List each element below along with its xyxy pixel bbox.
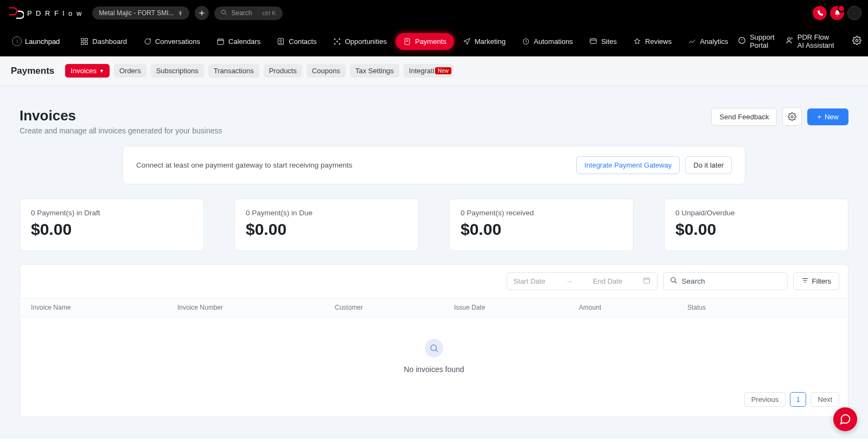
svg-rect-15 bbox=[590, 39, 596, 43]
do-it-later-button[interactable]: Do it later bbox=[685, 156, 732, 174]
pager-next[interactable]: Next bbox=[810, 392, 839, 407]
nav-marketing[interactable]: Marketing bbox=[455, 33, 513, 50]
new-invoice-button[interactable]: + New bbox=[807, 108, 848, 125]
settings-gear-button[interactable] bbox=[852, 36, 861, 47]
page-settings-button[interactable] bbox=[782, 107, 802, 126]
table-search[interactable]: Search bbox=[663, 272, 788, 290]
search-shortcut: ctrl K bbox=[262, 10, 276, 16]
ai-assistant-link[interactable]: PDR Flow AI Assistant bbox=[786, 33, 836, 49]
search-icon bbox=[221, 9, 227, 17]
topbar: P D R F l o w Metal Majic - FORT SMI... … bbox=[0, 0, 868, 26]
launchpad-icon: ⟟ bbox=[12, 36, 22, 46]
notice-text: Connect at least one payment gateway to … bbox=[136, 161, 352, 169]
updown-icon: ▲▼ bbox=[178, 10, 183, 16]
subtab-subscriptions[interactable]: Subscriptions bbox=[151, 64, 204, 78]
content: Invoices Create and manage all invoices … bbox=[0, 86, 868, 439]
launchpad-link[interactable]: ⟟ Launchpad bbox=[7, 33, 65, 49]
subtab-products[interactable]: Products bbox=[264, 64, 302, 78]
dashboard-icon bbox=[80, 37, 88, 46]
nav-opportunities[interactable]: Opportunities bbox=[326, 33, 394, 50]
notifications-button[interactable] bbox=[830, 6, 844, 20]
pagination: Previous 1 Next bbox=[20, 389, 848, 407]
user-avatar[interactable]: · bbox=[847, 6, 861, 20]
invoices-table-card: Start Date → End Date Search Filters bbox=[20, 264, 848, 417]
subtab-tax-settings[interactable]: Tax Settings bbox=[350, 64, 399, 78]
account-switcher[interactable]: Metal Majic - FORT SMI... ▲▼ bbox=[92, 7, 189, 20]
send-feedback-button[interactable]: Send Feedback bbox=[711, 108, 777, 126]
gear-icon bbox=[788, 112, 796, 121]
svg-rect-6 bbox=[278, 38, 284, 44]
nav-dashboard[interactable]: Dashboard bbox=[73, 33, 135, 50]
launchpad-label: Launchpad bbox=[25, 37, 60, 46]
support-portal-link[interactable]: Support Portal bbox=[738, 33, 775, 49]
date-range-picker[interactable]: Start Date → End Date bbox=[507, 272, 658, 290]
search-placeholder-text: Search bbox=[232, 9, 252, 17]
main-nav: ⟟ Launchpad Dashboard Conversations Cale… bbox=[0, 26, 868, 56]
page-header: Invoices Create and manage all invoices … bbox=[20, 101, 848, 146]
chat-fab[interactable] bbox=[833, 407, 857, 431]
nav-automations[interactable]: Automations bbox=[514, 33, 580, 50]
th-amount: Amount bbox=[579, 304, 687, 311]
search-icon bbox=[670, 277, 678, 286]
pager-prev[interactable]: Previous bbox=[744, 392, 786, 407]
end-date-placeholder: End Date bbox=[593, 277, 622, 285]
brand-logo: P D R F l o w bbox=[7, 6, 82, 20]
svg-rect-1 bbox=[81, 38, 84, 40]
chevron-down-icon: ▼ bbox=[99, 68, 104, 74]
svg-rect-4 bbox=[85, 42, 87, 44]
svg-point-7 bbox=[280, 40, 282, 42]
payments-icon bbox=[403, 37, 411, 46]
th-invoice-name: Invoice Name bbox=[31, 304, 177, 311]
chat-icon bbox=[839, 413, 851, 425]
phone-button[interactable] bbox=[813, 6, 827, 20]
th-customer: Customer bbox=[335, 304, 454, 311]
nav-calendars[interactable]: Calendars bbox=[209, 33, 268, 50]
svg-point-11 bbox=[339, 43, 340, 44]
calendar-icon bbox=[216, 37, 225, 46]
subnav-tabs: Invoices ▼ Orders Subscriptions Transact… bbox=[65, 64, 454, 78]
opportunities-icon bbox=[333, 37, 341, 46]
subtab-invoices[interactable]: Invoices ▼ bbox=[65, 64, 110, 78]
search-placeholder: Search bbox=[682, 277, 705, 285]
table-header-row: Invoice Name Invoice Number Customer Iss… bbox=[20, 298, 848, 317]
nav-analytics[interactable]: Analytics bbox=[680, 33, 736, 50]
analytics-icon bbox=[688, 37, 696, 46]
topbar-icons: · bbox=[813, 6, 861, 20]
new-badge: New bbox=[435, 67, 451, 74]
brand-name: P D R F l o w bbox=[27, 9, 82, 17]
quick-add-button[interactable] bbox=[195, 6, 209, 20]
nav-payments[interactable]: Payments bbox=[395, 33, 454, 50]
pager-page-1[interactable]: 1 bbox=[790, 392, 806, 407]
subtab-transactions[interactable]: Transactions bbox=[208, 64, 259, 78]
svg-rect-5 bbox=[218, 39, 224, 44]
subtab-orders[interactable]: Orders bbox=[114, 64, 146, 78]
svg-point-17 bbox=[787, 38, 790, 41]
reviews-icon bbox=[633, 37, 641, 46]
marketing-icon bbox=[463, 37, 471, 46]
svg-point-21 bbox=[671, 278, 675, 282]
logo-mark-icon bbox=[7, 6, 24, 20]
subtab-integrations[interactable]: IntegrationsNew bbox=[404, 64, 454, 78]
table-toolbar: Start Date → End Date Search Filters bbox=[20, 265, 848, 298]
nav-reviews[interactable]: Reviews bbox=[626, 33, 679, 50]
arrow-right-icon: → bbox=[566, 277, 573, 285]
th-invoice-number: Invoice Number bbox=[177, 304, 335, 311]
stat-overdue: 0 Unpaid/Overdue $0.00 bbox=[664, 198, 848, 251]
page-title: Invoices bbox=[20, 107, 222, 124]
svg-point-0 bbox=[221, 10, 225, 14]
global-search[interactable]: Search ctrl K bbox=[214, 7, 283, 20]
nav-contacts[interactable]: Contacts bbox=[269, 33, 324, 50]
sites-icon bbox=[589, 37, 597, 46]
subtab-coupons[interactable]: Coupons bbox=[307, 64, 346, 78]
integrate-gateway-button[interactable]: Integrate Payment Gateway bbox=[576, 156, 680, 174]
nav-sites[interactable]: Sites bbox=[582, 33, 624, 50]
filters-button[interactable]: Filters bbox=[793, 272, 839, 290]
plus-icon: + bbox=[817, 113, 821, 121]
empty-state: No invoices found bbox=[20, 317, 848, 389]
nav-conversations[interactable]: Conversations bbox=[136, 33, 208, 50]
contacts-icon bbox=[277, 37, 285, 46]
stat-due: 0 Payment(s) in Due $0.00 bbox=[234, 198, 419, 251]
empty-text: No invoices found bbox=[404, 365, 464, 374]
svg-rect-20 bbox=[643, 278, 649, 283]
calendar-icon bbox=[643, 277, 650, 286]
